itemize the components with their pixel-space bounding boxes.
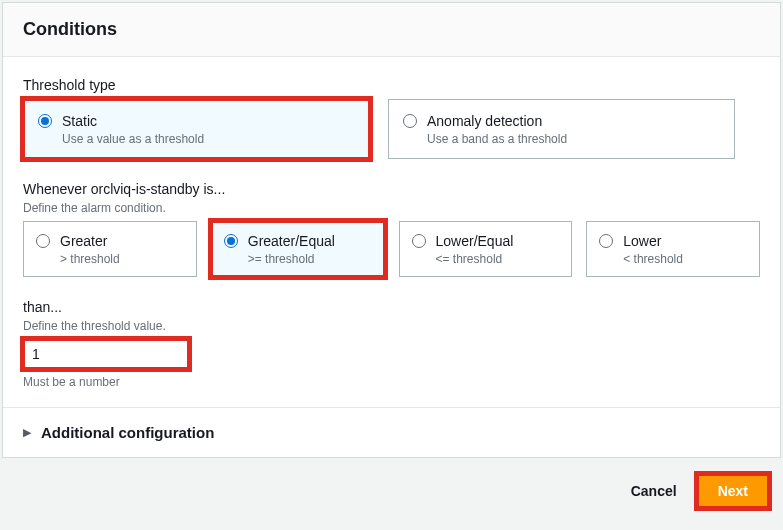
- caret-right-icon: ▶: [23, 426, 31, 439]
- option-sub: < threshold: [623, 252, 683, 266]
- option-sub: Use a value as a threshold: [62, 132, 204, 146]
- cancel-button[interactable]: Cancel: [627, 477, 681, 505]
- condition-lower[interactable]: Lower < threshold: [586, 221, 760, 277]
- radio-icon: [224, 234, 238, 248]
- radio-icon: [412, 234, 426, 248]
- option-title: Lower/Equal: [436, 232, 514, 250]
- alarm-condition-section: Whenever orclviq-is-standby is... Define…: [23, 181, 760, 277]
- condition-row: Greater > threshold Greater/Equal >= thr…: [23, 221, 760, 277]
- next-button[interactable]: Next: [697, 474, 769, 508]
- panel-title: Conditions: [23, 19, 760, 40]
- condition-label: Whenever orclviq-is-standby is...: [23, 181, 760, 197]
- expander-title: Additional configuration: [41, 424, 214, 441]
- threshold-value-constraint: Must be a number: [23, 375, 760, 389]
- threshold-type-label: Threshold type: [23, 77, 760, 93]
- threshold-value-input-wrap: [23, 339, 189, 369]
- threshold-type-row: Static Use a value as a threshold Anomal…: [23, 99, 760, 159]
- radio-icon: [599, 234, 613, 248]
- threshold-type-anomaly[interactable]: Anomaly detection Use a band as a thresh…: [388, 99, 735, 159]
- condition-greater-equal[interactable]: Greater/Equal >= threshold: [211, 221, 385, 277]
- threshold-value-desc: Define the threshold value.: [23, 319, 760, 333]
- condition-desc: Define the alarm condition.: [23, 201, 760, 215]
- radio-icon: [36, 234, 50, 248]
- option-sub: <= threshold: [436, 252, 514, 266]
- next-button-highlight: Next: [697, 474, 769, 508]
- radio-icon: [403, 114, 417, 128]
- radio-icon: [38, 114, 52, 128]
- threshold-value-label: than...: [23, 299, 760, 315]
- option-title: Greater: [60, 232, 120, 250]
- threshold-type-static[interactable]: Static Use a value as a threshold: [23, 99, 370, 159]
- condition-greater[interactable]: Greater > threshold: [23, 221, 197, 277]
- option-title: Static: [62, 112, 204, 130]
- option-sub: > threshold: [60, 252, 120, 266]
- option-title: Lower: [623, 232, 683, 250]
- panel-body: Threshold type Static Use a value as a t…: [3, 57, 780, 407]
- option-title: Greater/Equal: [248, 232, 335, 250]
- additional-configuration-expander[interactable]: ▶ Additional configuration: [3, 407, 780, 457]
- condition-lower-equal[interactable]: Lower/Equal <= threshold: [399, 221, 573, 277]
- option-sub: Use a band as a threshold: [427, 132, 567, 146]
- option-sub: >= threshold: [248, 252, 335, 266]
- wizard-footer: Cancel Next: [0, 458, 783, 518]
- panel-header: Conditions: [3, 3, 780, 57]
- option-title: Anomaly detection: [427, 112, 567, 130]
- conditions-panel: Conditions Threshold type Static Use a v…: [2, 2, 781, 458]
- threshold-value-input[interactable]: [23, 339, 189, 369]
- threshold-value-section: than... Define the threshold value. Must…: [23, 299, 760, 389]
